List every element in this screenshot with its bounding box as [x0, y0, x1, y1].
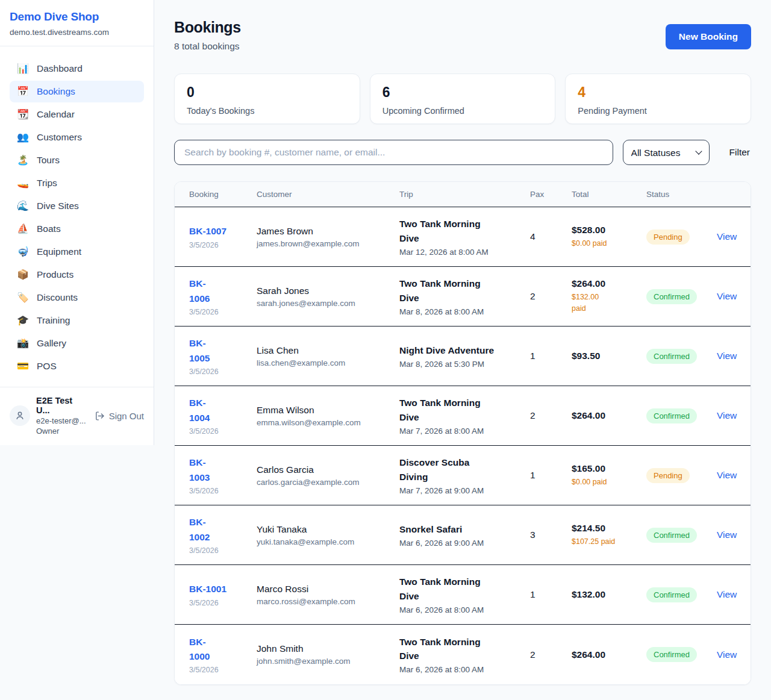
sidebar-item-equipment[interactable]: 🤿 Equipment [10, 241, 144, 263]
sidebar-item-trips[interactable]: 🚤 Trips [10, 172, 144, 194]
view-link[interactable]: View [717, 231, 737, 242]
user-block: E2E Test U... e2e-tester@... Owner Sign … [0, 387, 154, 445]
booking-date: 3/5/2026 [189, 487, 257, 495]
sidebar-item-boats[interactable]: ⛵ Boats [10, 218, 144, 240]
view-link[interactable]: View [717, 351, 737, 361]
customer-email: yuki.tanaka@example.com [257, 537, 399, 546]
booking-id-link[interactable]: BK- 1002 [189, 515, 210, 544]
sidebar-item-label: Equipment [37, 246, 81, 257]
column-header-trip: Trip [399, 190, 530, 199]
sidebar-item-tours[interactable]: 🏝️ Tours [10, 149, 144, 171]
search-input[interactable] [174, 140, 613, 165]
customer-name: Lisa Chen [257, 345, 399, 356]
table-row: BK- 1005 3/5/2026 Lisa Chen lisa.chen@ex… [175, 327, 751, 386]
sidebar-item-label: Dashboard [37, 63, 83, 74]
pax-count: 4 [530, 231, 572, 242]
trip-name: Two Tank Morning Dive [399, 217, 530, 245]
status-badge: Confirmed [646, 647, 697, 662]
total-amount: $264.00 [572, 649, 646, 660]
sidebar-item-label: Bookings [37, 86, 75, 97]
stat-label: Pending Payment [578, 106, 738, 116]
status-badge: Pending [646, 230, 690, 245]
status-badge: Confirmed [646, 289, 697, 304]
trip-name: Two Tank Morning Dive [399, 635, 530, 663]
total-amount: $132.00 [572, 589, 646, 600]
user-email: e2e-tester@... [36, 416, 89, 425]
sidebar-item-label: Dive Sites [37, 201, 79, 211]
stat-card: 4 Pending Payment [565, 73, 751, 124]
customer-name: Marco Rossi [257, 584, 399, 595]
sidebar: Demo Dive Shop demo.test.divestreams.com… [0, 0, 154, 445]
table-row: BK- 1002 3/5/2026 Yuki Tanaka yuki.tanak… [175, 505, 751, 565]
sidebar-item-label: POS [37, 361, 57, 372]
column-header-booking: Booking [189, 190, 257, 199]
sidebar-item-dashboard[interactable]: 📊 Dashboard [10, 58, 144, 80]
sidebar-item-label: Products [37, 269, 73, 280]
sidebar-item-gallery[interactable]: 📸 Gallery [10, 333, 144, 354]
bookings-icon: 📅 [17, 87, 29, 96]
view-link[interactable]: View [717, 410, 737, 420]
brand-title[interactable]: Demo Dive Shop [10, 10, 144, 23]
trip-datetime: Mar 7, 2026 at 9:00 AM [399, 486, 530, 495]
booking-date: 3/5/2026 [189, 666, 257, 674]
customer-email: marco.rossi@example.com [257, 597, 399, 606]
booking-date: 3/5/2026 [189, 427, 257, 436]
stat-value: 6 [382, 84, 543, 101]
view-link[interactable]: View [717, 470, 737, 480]
trip-name: Snorkel Safari [399, 522, 530, 536]
trip-datetime: Mar 6, 2026 at 8:00 AM [399, 605, 530, 614]
sidebar-item-bookings[interactable]: 📅 Bookings [10, 81, 144, 102]
table-header-row: Booking Customer Trip Pax Total Status [175, 182, 751, 207]
booking-id-link[interactable]: BK-1001 [189, 582, 226, 596]
filter-button[interactable]: Filter [729, 147, 750, 158]
sign-out-button[interactable]: Sign Out [95, 411, 144, 421]
paid-amount: $107.25 paid [572, 536, 646, 548]
pax-count: 1 [530, 589, 572, 600]
view-link[interactable]: View [717, 589, 737, 599]
customer-name: Emma Wilson [257, 405, 399, 416]
trip-name: Discover Scuba Diving [399, 455, 530, 484]
customer-email: james.brown@example.com [257, 239, 399, 248]
booking-id-link[interactable]: BK- 1006 [189, 277, 210, 305]
status-filter-select[interactable]: All Statuses [623, 140, 710, 165]
trip-name: Night Dive Adventure [399, 343, 530, 357]
sidebar-item-customers[interactable]: 👥 Customers [10, 127, 144, 148]
new-booking-button[interactable]: New Booking [666, 24, 751, 49]
training-icon: 🎓 [17, 316, 29, 325]
booking-id-link[interactable]: BK- 1003 [189, 455, 210, 484]
booking-id-link[interactable]: BK- 1005 [189, 336, 210, 365]
equipment-icon: 🤿 [17, 247, 29, 257]
booking-id-link[interactable]: BK- 1000 [189, 635, 210, 664]
booking-id-link[interactable]: BK- 1004 [189, 396, 210, 425]
sidebar-item-pos[interactable]: 💳 POS [10, 355, 144, 377]
sidebar-item-label: Calendar [37, 109, 75, 120]
view-link[interactable]: View [717, 530, 737, 540]
sidebar-item-training[interactable]: 🎓 Training [10, 310, 144, 331]
booking-id-link[interactable]: BK-1007 [189, 224, 226, 239]
discounts-icon: 🏷️ [17, 293, 29, 302]
sidebar-item-calendar[interactable]: 📆 Calendar [10, 104, 144, 125]
stat-label: Upcoming Confirmed [382, 106, 543, 116]
stats-cards: 0 Today's Bookings 6 Upcoming Confirmed … [174, 73, 751, 124]
sidebar-item-products[interactable]: 📦 Products [10, 264, 144, 286]
tours-icon: 🏝️ [17, 155, 29, 165]
table-row: BK-1007 3/5/2026 James Brown james.brown… [175, 207, 751, 267]
column-header-customer: Customer [257, 190, 399, 199]
stat-label: Today's Bookings [187, 106, 348, 116]
pax-count: 2 [530, 291, 572, 302]
customers-icon: 👥 [17, 133, 29, 142]
pax-count: 1 [530, 351, 572, 361]
page-subtitle: 8 total bookings [174, 41, 241, 52]
sidebar-item-label: Boats [37, 223, 61, 234]
column-header-status: Status [646, 190, 717, 199]
total-amount: $93.50 [572, 351, 646, 361]
sidebar-item-label: Training [37, 315, 70, 326]
view-link[interactable]: View [717, 291, 737, 301]
view-link[interactable]: View [717, 649, 737, 660]
boats-icon: ⛵ [17, 224, 29, 234]
sidebar-item-dive-sites[interactable]: 🌊 Dive Sites [10, 195, 144, 217]
customer-email: john.smith@example.com [257, 657, 399, 666]
sidebar-item-discounts[interactable]: 🏷️ Discounts [10, 287, 144, 308]
user-name: E2E Test U... [36, 396, 89, 415]
sidebar-nav: 📊 Dashboard 📅 Bookings 📆 Calendar 👥 Cust… [0, 46, 154, 387]
